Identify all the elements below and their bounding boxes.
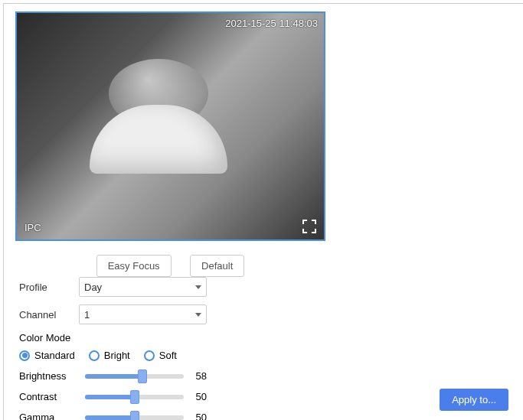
color-mode-soft-label: Soft [159, 350, 177, 361]
gamma-row: Gamma 50 [19, 412, 207, 420]
channel-value: 1 [84, 309, 90, 321]
fullscreen-icon[interactable] [302, 220, 316, 233]
brightness-row: Brightness 58 [19, 370, 207, 382]
brightness-slider[interactable] [85, 374, 184, 379]
video-button-row: Easy Focus Default [15, 255, 325, 277]
right-column: Profile Day Channel 1 Color Mode Standar… [19, 277, 207, 420]
brightness-label: Brightness [19, 370, 79, 382]
color-mode-label: Color Mode [19, 332, 207, 343]
settings-panel: 2021-15-25 11:48:03 IPC Easy Focus Defau… [3, 3, 523, 420]
contrast-row: Contrast 50 [19, 391, 207, 402]
left-column: 2021-15-25 11:48:03 IPC Easy Focus Defau… [15, 11, 325, 277]
video-scene [17, 13, 324, 239]
gamma-label: Gamma [19, 412, 79, 420]
channel-label: Channel [19, 309, 79, 321]
apply-row: Apply to... [440, 389, 508, 411]
contrast-label: Contrast [19, 391, 79, 402]
channel-row: Channel 1 [19, 304, 207, 324]
video-overlay-label: IPC [25, 222, 41, 233]
contrast-slider[interactable] [85, 395, 184, 399]
contrast-value: 50 [190, 391, 207, 402]
channel-select[interactable]: 1 [79, 304, 207, 324]
color-mode-bright-label: Bright [104, 350, 130, 361]
color-mode-bright-radio[interactable] [89, 350, 100, 361]
video-timestamp: 2021-15-25 11:48:03 [225, 18, 318, 29]
profile-select[interactable]: Day [79, 277, 207, 297]
caret-down-icon [195, 313, 201, 317]
profile-value: Day [84, 282, 102, 293]
gamma-value: 50 [190, 412, 207, 420]
color-mode-soft-radio[interactable] [144, 350, 155, 361]
color-mode-standard-radio[interactable] [19, 350, 30, 361]
profile-label: Profile [19, 282, 79, 293]
color-mode-standard-label: Standard [34, 350, 75, 361]
color-mode-radios: Standard Bright Soft [19, 350, 207, 361]
profile-row: Profile Day [19, 277, 207, 297]
gamma-slider[interactable] [85, 415, 184, 420]
default-button[interactable]: Default [190, 255, 244, 277]
brightness-value: 58 [190, 370, 207, 382]
apply-button[interactable]: Apply to... [440, 389, 508, 411]
caret-down-icon [195, 285, 201, 289]
easy-focus-button[interactable]: Easy Focus [96, 255, 172, 277]
video-preview[interactable]: 2021-15-25 11:48:03 IPC [15, 11, 325, 241]
